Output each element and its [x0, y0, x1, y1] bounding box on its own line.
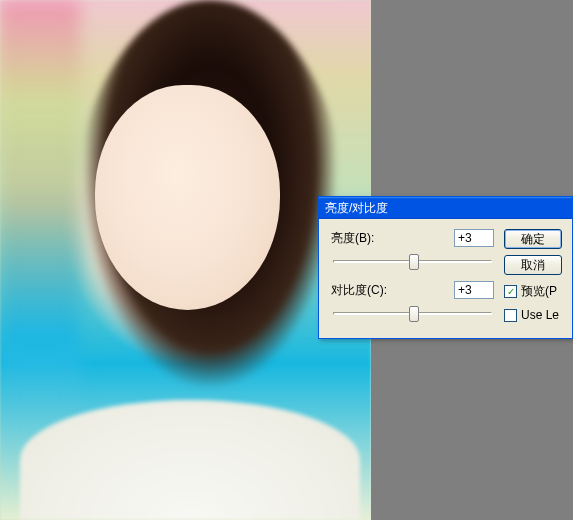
brightness-slider[interactable]	[331, 251, 494, 271]
dialog-title: 亮度/对比度	[323, 200, 568, 217]
preview-checkbox[interactable]: ✓	[504, 285, 517, 298]
brightness-contrast-dialog: 亮度/对比度 亮度(B): 对比度(C): 确定 取消	[318, 196, 573, 339]
contrast-row: 对比度(C):	[331, 281, 494, 299]
contrast-input[interactable]	[454, 281, 494, 299]
legacy-label: Use Le	[521, 308, 559, 322]
controls-column: 亮度(B): 对比度(C):	[331, 229, 494, 333]
brightness-slider-thumb[interactable]	[409, 254, 419, 270]
brightness-label: 亮度(B):	[331, 230, 454, 247]
buttons-column: 确定 取消 ✓ 预览(P Use Le	[504, 229, 562, 333]
ok-button[interactable]: 确定	[504, 229, 562, 249]
photo-face	[95, 85, 280, 310]
contrast-slider[interactable]	[331, 303, 494, 323]
brightness-input[interactable]	[454, 229, 494, 247]
dialog-titlebar[interactable]: 亮度/对比度	[319, 197, 572, 219]
contrast-label: 对比度(C):	[331, 282, 454, 299]
cancel-button[interactable]: 取消	[504, 255, 562, 275]
brightness-row: 亮度(B):	[331, 229, 494, 247]
legacy-checkbox-row[interactable]: Use Le	[504, 308, 562, 322]
contrast-slider-thumb[interactable]	[409, 306, 419, 322]
document-canvas[interactable]	[0, 0, 371, 520]
legacy-checkbox[interactable]	[504, 309, 517, 322]
preview-label: 预览(P	[521, 283, 557, 300]
dialog-body: 亮度(B): 对比度(C): 确定 取消 ✓ 预览(P	[319, 219, 572, 341]
preview-checkbox-row[interactable]: ✓ 预览(P	[504, 283, 562, 300]
